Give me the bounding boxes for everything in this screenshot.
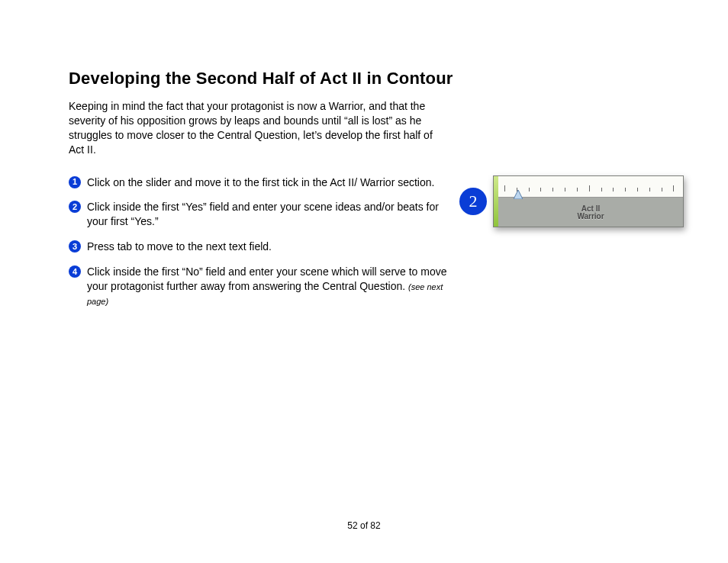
page-title: Developing the Second Half of Act II in … <box>69 69 682 88</box>
step-text-main: Click inside the first “No” field and en… <box>87 265 447 292</box>
slider-track[interactable] <box>498 176 683 198</box>
list-item: 4 Click inside the first “No” field and … <box>69 265 450 308</box>
step-text: Click inside the first “Yes” field and e… <box>87 200 450 229</box>
slider-label-archetype: Warrior <box>577 212 604 220</box>
step-number-icon: 3 <box>69 240 81 253</box>
intro-paragraph: Keeping in mind the fact that your prota… <box>69 99 450 157</box>
slider-panel: Act II Warrior <box>493 175 684 227</box>
step-text: Press tab to move to the next text field… <box>87 240 450 254</box>
step-list: 1 Click on the slider and move it to the… <box>69 175 450 308</box>
slider-ticks <box>504 181 677 191</box>
callout-figure: 2 <box>459 175 696 230</box>
step-number-icon: 2 <box>69 201 81 213</box>
step-text: Click on the slider and move it to the f… <box>87 175 450 190</box>
step-text: Click inside the first “No” field and en… <box>87 265 450 308</box>
slider-labels: Act II Warrior <box>498 198 683 227</box>
step-number-icon: 4 <box>69 265 81 278</box>
list-item: 1 Click on the slider and move it to the… <box>69 175 450 190</box>
step-number-icon: 1 <box>69 176 81 188</box>
document-page: Developing the Second Half of Act II in … <box>0 0 728 563</box>
page-number: 52 of 82 <box>0 520 728 531</box>
list-item: 3 Press tab to move to the next text fie… <box>69 240 450 254</box>
list-item: 2 Click inside the first “Yes” field and… <box>69 200 450 229</box>
callout-number-icon: 2 <box>459 188 487 215</box>
